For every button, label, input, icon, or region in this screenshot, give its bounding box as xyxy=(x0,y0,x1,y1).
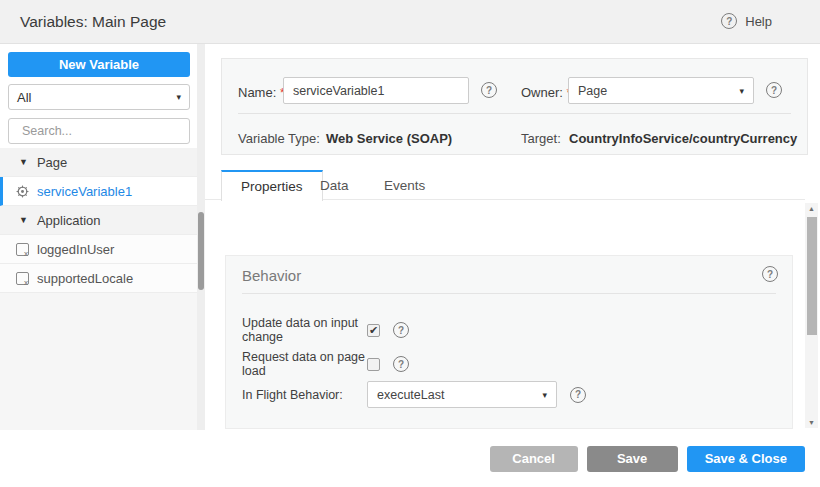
in-flight-select[interactable]: executeLast ▾ xyxy=(367,381,557,408)
tree-item-supportedlocale[interactable]: x supportedLocale xyxy=(0,264,197,293)
cancel-button[interactable]: Cancel xyxy=(490,446,578,472)
behavior-section-title: Behavior xyxy=(242,267,301,284)
in-flight-value: executeLast xyxy=(377,388,444,402)
search-input[interactable] xyxy=(22,124,183,138)
tree-item-label: loggedInUser xyxy=(37,242,114,257)
owner-select[interactable]: Page ▾ xyxy=(568,77,754,104)
request-data-label: Request data on page load xyxy=(242,350,367,378)
behavior-help-icon[interactable]: ? xyxy=(762,266,778,282)
update-data-row: Update data on input change ✔ ? xyxy=(242,316,409,344)
dialog-header: Variables: Main Page ? Help xyxy=(0,0,820,44)
search-box xyxy=(8,118,190,144)
request-data-row: Request data on page load ? xyxy=(242,350,409,378)
in-flight-label: In Flight Behavior: xyxy=(242,388,367,402)
scroll-up-icon[interactable]: ▲ xyxy=(805,203,818,214)
detail-tabbar: Properties Data Events xyxy=(205,170,805,200)
save-and-close-button[interactable]: Save & Close xyxy=(687,446,805,472)
section-divider xyxy=(242,293,776,294)
caret-down-icon: ▾ xyxy=(176,92,181,102)
caret-down-icon: ▾ xyxy=(542,390,547,400)
properties-tab-content: Behavior ? Update data on input change ✔… xyxy=(205,201,820,430)
variable-type-value: Web Service (SOAP) xyxy=(326,131,452,146)
tab-data[interactable]: Data xyxy=(301,170,368,201)
service-variable-icon xyxy=(16,185,29,198)
static-variable-icon: x xyxy=(16,272,29,285)
update-data-label: Update data on input change xyxy=(242,316,367,344)
variable-detail-panel: Name: * ? Owner: * Page ▾ ? Variable Typ… xyxy=(205,44,820,430)
save-button[interactable]: Save xyxy=(587,446,678,472)
variables-sidebar: New Variable All ▾ ▼ Page xyxy=(0,44,197,430)
sidebar-scrollbar-thumb[interactable] xyxy=(198,212,204,290)
sidebar-empty-area xyxy=(0,293,197,430)
page-title: Variables: Main Page xyxy=(20,13,166,31)
variables-tree: ▼ Page serviceVariable1 ▼ xyxy=(0,148,197,293)
help-label: Help xyxy=(745,14,772,29)
name-input[interactable] xyxy=(283,77,469,104)
collapse-caret-icon: ▼ xyxy=(19,157,28,167)
tab-events[interactable]: Events xyxy=(365,170,444,201)
tree-item-label: supportedLocale xyxy=(37,271,133,286)
check-icon: ✔ xyxy=(369,325,378,336)
tree-group-application[interactable]: ▼ Application xyxy=(0,206,197,235)
request-data-checkbox[interactable] xyxy=(367,358,380,371)
caret-down-icon: ▾ xyxy=(739,86,744,96)
owner-label: Owner: * xyxy=(521,85,571,100)
target-label: Target: xyxy=(521,131,561,146)
content-scrollbar[interactable]: ▲ ▼ xyxy=(805,203,818,428)
summary-divider xyxy=(238,113,791,114)
filter-value: All xyxy=(17,90,31,105)
content-scrollbar-thumb[interactable] xyxy=(807,217,817,335)
update-data-checkbox[interactable]: ✔ xyxy=(367,324,380,337)
new-variable-button[interactable]: New Variable xyxy=(8,52,190,77)
target-value: CountryInfoService/countryCurrency xyxy=(569,131,797,146)
name-label: Name: * xyxy=(238,85,285,100)
request-data-help-icon[interactable]: ? xyxy=(393,356,409,372)
name-help-icon[interactable]: ? xyxy=(481,82,497,98)
variable-filter-select[interactable]: All ▾ xyxy=(8,84,190,110)
tree-group-label: Application xyxy=(37,213,101,228)
update-data-help-icon[interactable]: ? xyxy=(393,322,409,338)
in-flight-row: In Flight Behavior: executeLast ▾ ? xyxy=(242,381,586,408)
collapse-caret-icon: ▼ xyxy=(19,215,28,225)
static-variable-icon: x xyxy=(16,243,29,256)
tree-item-loggedinuser[interactable]: x loggedInUser xyxy=(0,235,197,264)
variable-type-label: Variable Type: xyxy=(238,131,320,146)
tree-item-label: serviceVariable1 xyxy=(37,184,132,199)
in-flight-help-icon[interactable]: ? xyxy=(570,387,586,403)
tree-group-page[interactable]: ▼ Page xyxy=(0,148,197,177)
sidebar-scrollbar[interactable] xyxy=(197,44,205,430)
behavior-section: Behavior ? Update data on input change ✔… xyxy=(225,255,793,429)
variables-dialog: Variables: Main Page ? Help New Variable… xyxy=(0,0,820,487)
scroll-down-icon[interactable]: ▼ xyxy=(805,417,818,428)
tree-group-label: Page xyxy=(37,155,67,170)
help-button[interactable]: ? Help xyxy=(721,13,772,29)
owner-help-icon[interactable]: ? xyxy=(766,82,782,98)
owner-value: Page xyxy=(578,84,607,98)
tree-item-servicevariable1[interactable]: serviceVariable1 xyxy=(0,177,197,206)
dialog-footer: Cancel Save Save & Close xyxy=(0,430,820,487)
variable-summary-panel: Name: * ? Owner: * Page ▾ ? Variable Typ… xyxy=(221,58,808,155)
help-icon: ? xyxy=(721,13,737,29)
